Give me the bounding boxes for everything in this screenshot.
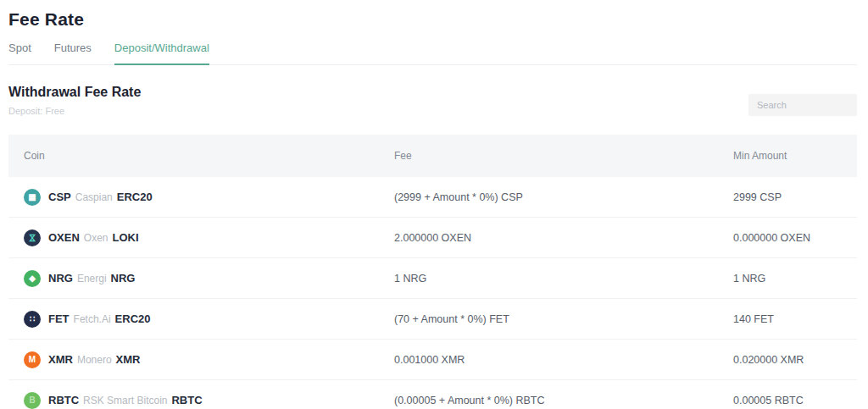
coin-symbol: CSP	[48, 191, 71, 203]
coin-cell: B RBTC RSK Smart Bitcoin RBTC	[24, 392, 394, 409]
tab-deposit-withdrawal[interactable]: Deposit/Withdrawal	[114, 41, 209, 64]
coin-symbol: OXEN	[48, 231, 80, 244]
coin-name: Monero	[77, 354, 112, 366]
coin-name: Oxen	[84, 232, 108, 244]
tab-bar: Spot Futures Deposit/Withdrawal	[8, 41, 857, 65]
table-row: B RBTC RSK Smart Bitcoin RBTC (0.00005 +…	[8, 380, 857, 409]
xmr-coin-icon: M	[24, 351, 41, 368]
tab-futures[interactable]: Futures	[54, 41, 92, 64]
table-header-row: Coin Fee Min Amount	[8, 135, 857, 177]
coin-symbol: FET	[48, 312, 70, 325]
csp-coin-icon: ▦	[24, 189, 41, 206]
withdrawal-fee-table: Coin Fee Min Amount ▦ CSP Caspian ERC20 …	[8, 135, 857, 409]
fee-value: (70 + Amount * 0%) FET	[394, 313, 733, 325]
coin-cell: ▦ CSP Caspian ERC20	[24, 189, 394, 206]
search-input[interactable]	[748, 94, 857, 116]
page-title: Fee Rate	[8, 9, 857, 30]
coin-cell: ◈ NRG Energi NRG	[24, 270, 394, 287]
coin-network: XMR	[116, 353, 141, 366]
coin-cell: ∷ FET Fetch.Ai ERC20	[24, 311, 394, 328]
fee-value: 2.000000 OXEN	[394, 232, 733, 244]
coin-network: ERC20	[117, 191, 153, 203]
fee-value: (0.00005 + Amount * 0%) RBTC	[394, 395, 733, 406]
section-header: Withdrawal Fee Rate Deposit: Free	[8, 85, 857, 116]
column-header-coin: Coin	[24, 150, 394, 162]
table-row: M XMR Monero XMR 0.001000 XMR 0.020000 X…	[8, 340, 857, 380]
fee-value: 1 NRG	[394, 273, 733, 285]
tab-spot[interactable]: Spot	[8, 41, 31, 64]
section-title: Withdrawal Fee Rate	[8, 85, 141, 100]
rbtc-coin-icon: B	[24, 392, 41, 409]
coin-name: Energi	[77, 273, 107, 285]
table-row: ◈ NRG Energi NRG 1 NRG 1 NRG	[8, 258, 857, 299]
coin-symbol: RBTC	[48, 394, 79, 406]
nrg-coin-icon: ◈	[24, 270, 41, 287]
coin-name: Fetch.Ai	[74, 313, 111, 325]
coin-symbol: NRG	[48, 272, 73, 285]
min-amount-value: 2999 CSP	[733, 191, 842, 203]
oxen-coin-icon: ⋈	[24, 229, 41, 246]
column-header-min-amount: Min Amount	[733, 150, 842, 162]
min-amount-value: 1 NRG	[733, 273, 842, 285]
min-amount-value: 0.020000 XMR	[733, 354, 842, 366]
coin-network: LOKI	[113, 231, 139, 244]
coin-network: NRG	[111, 272, 136, 285]
column-header-fee: Fee	[394, 150, 733, 162]
fee-rate-page: Fee Rate Spot Futures Deposit/Withdrawal…	[0, 9, 868, 409]
fee-value: 0.001000 XMR	[394, 354, 733, 366]
coin-network: ERC20	[115, 312, 151, 325]
coin-symbol: XMR	[48, 353, 73, 366]
coin-cell: ⋈ OXEN Oxen LOKI	[24, 229, 394, 246]
fet-coin-icon: ∷	[24, 311, 41, 328]
section-header-text: Withdrawal Fee Rate Deposit: Free	[8, 85, 141, 116]
coin-network: RBTC	[171, 394, 202, 406]
deposit-free-note: Deposit: Free	[8, 106, 141, 116]
table-row: ⋈ OXEN Oxen LOKI 2.000000 OXEN 0.000000 …	[8, 218, 857, 258]
min-amount-value: 0.00005 RBTC	[733, 395, 842, 406]
coin-cell: M XMR Monero XMR	[24, 351, 394, 368]
coin-name: Caspian	[75, 191, 113, 203]
min-amount-value: 140 FET	[733, 313, 842, 325]
fee-value: (2999 + Amount * 0%) CSP	[394, 191, 733, 203]
table-row: ▦ CSP Caspian ERC20 (2999 + Amount * 0%)…	[8, 177, 857, 218]
table-row: ∷ FET Fetch.Ai ERC20 (70 + Amount * 0%) …	[8, 299, 857, 340]
coin-name: RSK Smart Bitcoin	[83, 395, 167, 406]
min-amount-value: 0.000000 OXEN	[733, 232, 842, 244]
